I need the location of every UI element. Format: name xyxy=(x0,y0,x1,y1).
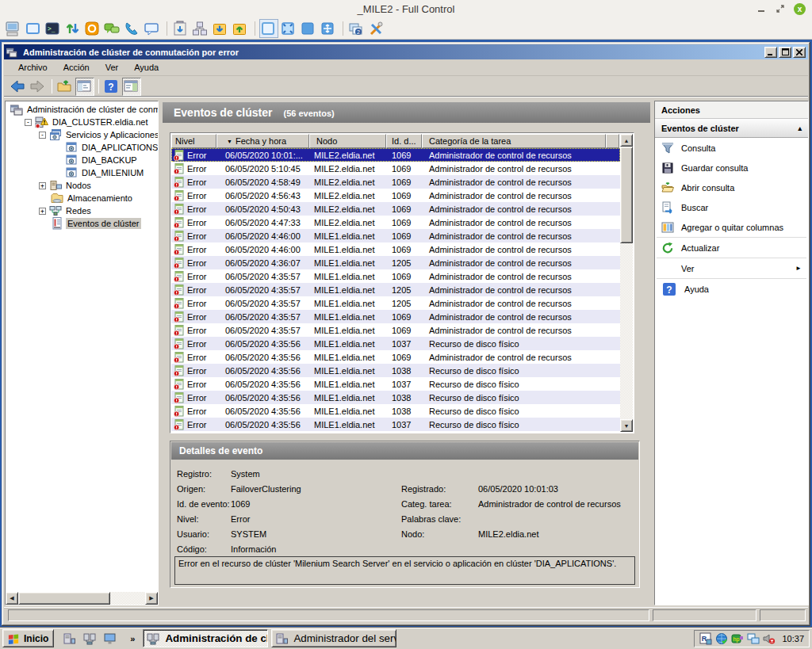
start-button[interactable]: Inicio xyxy=(2,629,54,647)
toolbar-overflow-chevron[interactable]: » xyxy=(130,634,135,643)
event-row[interactable]: Error06/05/2020 4:35:56MILE1.eldia.net10… xyxy=(171,377,620,391)
help-button[interactable]: ? xyxy=(102,78,121,96)
task-button-server[interactable]: Administrador del servidor xyxy=(271,629,396,647)
message-button[interactable] xyxy=(143,19,162,38)
keyboard-grab-button[interactable] xyxy=(83,19,102,38)
action-guardar-consulta[interactable]: Guardar consulta xyxy=(655,158,808,178)
scroll-left-button[interactable]: ◀ xyxy=(6,592,18,605)
window-maximize-button[interactable] xyxy=(779,47,791,58)
collapse-box-icon[interactable]: - xyxy=(39,132,46,139)
action-ver[interactable]: Ver► xyxy=(655,258,808,278)
servers-button[interactable] xyxy=(191,19,210,38)
event-row[interactable]: Error06/05/2020 4:58:49MILE2.eldia.net10… xyxy=(171,175,620,189)
tree-item-label[interactable]: DIA_CLUSTER.eldia.net xyxy=(51,116,149,128)
action-agregar-o-quitar-columnas[interactable]: Agregar o quitar columnas xyxy=(655,217,808,237)
action-consulta[interactable]: Consulta xyxy=(655,138,808,158)
column-header-categor-a-de-la-tarea[interactable]: Categoría de la tarea xyxy=(422,134,606,148)
event-row[interactable]: Error06/05/2020 4:35:57MILE1.eldia.net10… xyxy=(171,269,620,283)
expand-box-icon[interactable]: + xyxy=(39,182,46,189)
tools-button[interactable] xyxy=(367,19,386,38)
events-vertical-scrollbar[interactable]: ▲ ▼ xyxy=(620,134,633,432)
view-fit-button[interactable] xyxy=(319,19,338,38)
event-row[interactable]: Error06/05/2020 4:56:43MILE2.eldia.net10… xyxy=(171,189,620,202)
chat-button[interactable] xyxy=(103,19,122,38)
event-row[interactable]: Error06/05/2020 4:46:00MILE1.eldia.net10… xyxy=(171,229,620,242)
tree-item-administraci-n-de-cl-ster-de-conmu[interactable]: Administración de clúster de conmu xyxy=(6,103,158,116)
quick-launch-cluster-button[interactable] xyxy=(82,631,98,647)
menu-ayuda[interactable]: Ayuda xyxy=(126,60,167,74)
event-row[interactable]: Error06/05/2020 4:35:56MILE1.eldia.net10… xyxy=(171,404,620,418)
event-row[interactable]: Error06/05/2020 4:35:56MILE1.eldia.net10… xyxy=(171,391,620,404)
column-header-nodo[interactable]: Nodo xyxy=(309,134,386,148)
tree-item-label[interactable]: DIA_MILENIUM xyxy=(80,167,145,178)
view-fullsize-button[interactable] xyxy=(299,19,318,38)
window-titlebar[interactable]: Administración de clúster de conmutación… xyxy=(4,44,808,59)
forward-button[interactable] xyxy=(29,78,48,96)
fullscreen-button[interactable] xyxy=(24,19,43,38)
menu-acción[interactable]: Acción xyxy=(56,60,98,74)
event-row[interactable]: Error06/05/2020 4:35:56MILE1.eldia.net10… xyxy=(171,350,620,364)
tree-item-dia-backup[interactable]: DIA_BACKUP xyxy=(6,154,158,166)
tree-item-almacenamiento[interactable]: Almacenamiento xyxy=(6,192,158,204)
tree-item-dia-aplications[interactable]: DIA_APLICATIONS xyxy=(6,141,158,154)
event-row[interactable]: Error06/05/2020 4:35:57MILE1.eldia.net10… xyxy=(171,323,620,337)
terminal-button[interactable]: >_ xyxy=(44,19,63,38)
event-row[interactable]: Error06/05/2020 4:35:57MILE1.eldia.net10… xyxy=(171,310,620,323)
event-row[interactable]: Error06/05/2020 4:35:56MILE1.eldia.net10… xyxy=(171,418,620,431)
download-button[interactable] xyxy=(211,19,230,38)
scroll-thumb[interactable] xyxy=(18,592,110,605)
tree-item-nodos[interactable]: +Nodos xyxy=(6,179,158,192)
tray-vnc-icon[interactable]: R xyxy=(699,632,712,645)
action-pane-button[interactable] xyxy=(122,78,141,96)
duplicate-button[interactable]: 2 xyxy=(347,19,366,38)
event-row[interactable]: Error06/05/2020 4:50:43MILE2.eldia.net10… xyxy=(171,202,620,216)
column-header-fecha-y-hora[interactable]: ▼Fecha y hora xyxy=(216,134,309,148)
tree-item-label[interactable]: Servicios y Aplicaciones xyxy=(64,129,158,140)
tree-item-eventos-de-cl-ster[interactable]: Eventos de clúster xyxy=(6,217,158,230)
tree-item-redes[interactable]: +Redes xyxy=(6,204,158,217)
call-button[interactable] xyxy=(123,19,142,38)
event-row[interactable]: Error06/05/2020 10:01:...MILE2.eldia.net… xyxy=(171,148,620,162)
action-ayuda[interactable]: ?Ayuda xyxy=(655,279,808,299)
scaling-button[interactable] xyxy=(63,19,82,38)
window-close-button[interactable] xyxy=(793,47,806,58)
quick-launch-show-desktop-button[interactable] xyxy=(103,631,119,647)
collapse-box-icon[interactable]: - xyxy=(25,119,32,126)
tree-item-label[interactable]: DIA_APLICATIONS xyxy=(80,142,158,153)
tree-item-label[interactable]: Eventos de clúster xyxy=(66,218,141,229)
menu-archivo[interactable]: Archivo xyxy=(10,60,56,74)
scroll-right-button[interactable]: ▶ xyxy=(145,592,158,605)
tree-item-label[interactable]: Administración de clúster de conmu xyxy=(25,104,158,115)
expand-box-icon[interactable]: + xyxy=(39,208,46,215)
upload-button[interactable] xyxy=(231,19,250,38)
task-button-cluster[interactable]: Administración de cl... xyxy=(143,629,268,647)
minimize-button[interactable] xyxy=(756,3,767,14)
tray-connectivity-icon[interactable] xyxy=(715,632,728,645)
event-row[interactable]: Error06/05/2020 4:35:56MILE1.eldia.net10… xyxy=(171,364,620,377)
view-scaled-button[interactable] xyxy=(279,19,298,38)
tray-hp-icon[interactable]: hp xyxy=(731,632,744,645)
tree-item-label[interactable]: Nodos xyxy=(64,180,93,191)
restore-button[interactable] xyxy=(775,3,786,14)
column-header-nivel[interactable]: Nivel xyxy=(171,134,216,148)
event-row[interactable]: Error06/05/2020 4:35:57MILE1.eldia.net12… xyxy=(171,296,620,310)
collapse-arrow-icon[interactable]: ▴ xyxy=(798,124,802,132)
actions-group-header[interactable]: Eventos de clúster ▴ xyxy=(655,119,808,138)
close-button[interactable]: x xyxy=(794,3,806,15)
tray-network-icon[interactable] xyxy=(747,632,760,645)
tree-item-label[interactable]: Redes xyxy=(64,205,93,216)
console-tree-button[interactable] xyxy=(75,78,94,96)
action-buscar[interactable]: Buscar xyxy=(655,197,808,217)
event-row[interactable]: Error06/05/2020 4:35:57MILE1.eldia.net12… xyxy=(171,283,620,296)
event-row[interactable]: Error06/05/2020 4:47:33MILE2.eldia.net10… xyxy=(171,216,620,229)
quick-launch-server-button[interactable] xyxy=(62,631,78,647)
tree-item-label[interactable]: DIA_BACKUP xyxy=(80,155,139,166)
tree-item-label[interactable]: Almacenamiento xyxy=(66,193,134,204)
window-minimize-button[interactable] xyxy=(764,47,777,58)
paste-button[interactable] xyxy=(171,19,190,38)
menu-ver[interactable]: Ver xyxy=(98,60,127,74)
column-header-id-d-[interactable]: Id. d... xyxy=(386,134,422,148)
event-row[interactable]: Error06/05/2020 4:36:07MILE1.eldia.net12… xyxy=(171,256,620,269)
scroll-up-button[interactable]: ▲ xyxy=(620,134,633,147)
scroll-down-button[interactable]: ▼ xyxy=(620,419,633,432)
